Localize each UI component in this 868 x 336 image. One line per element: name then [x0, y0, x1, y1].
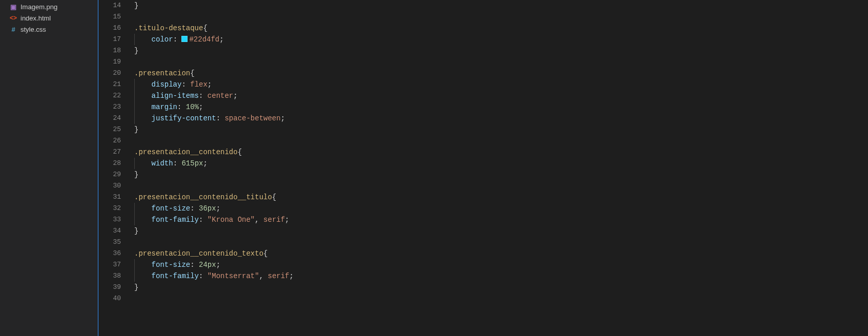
code-line[interactable]: }	[134, 225, 868, 237]
line-number: 37	[98, 259, 130, 270]
file-explorer: ▣Imagem.png<>index.html#style.css	[0, 0, 98, 336]
line-number: 23	[98, 101, 130, 113]
line-number: 15	[98, 11, 130, 23]
line-number: 21	[98, 79, 130, 90]
code-line[interactable]: font-size: 36px;	[134, 203, 868, 214]
file-label: style.css	[20, 26, 46, 33]
file-item-Imagem-png[interactable]: ▣Imagem.png	[0, 1, 98, 12]
line-number: 34	[98, 225, 130, 237]
code-line[interactable]: .presentacion__contenido__titulo{	[134, 192, 868, 203]
code-line[interactable]: font-family: "Krona One", serif;	[134, 214, 868, 225]
line-number: 39	[98, 282, 130, 293]
line-number: 26	[98, 135, 130, 146]
code-line[interactable]: color: #22d4fd;	[134, 34, 868, 45]
line-number: 35	[98, 237, 130, 248]
line-number: 29	[98, 169, 130, 180]
code-line[interactable]	[134, 293, 868, 304]
code-line[interactable]: font-size: 24px;	[134, 259, 868, 270]
code-line[interactable]: }	[134, 169, 868, 180]
line-number: 28	[98, 158, 130, 169]
line-number: 19	[98, 56, 130, 68]
line-number: 31	[98, 192, 130, 203]
code-line[interactable]	[134, 180, 868, 192]
code-line[interactable]: .presentacion{	[134, 68, 868, 79]
line-number: 30	[98, 180, 130, 192]
image-icon: ▣	[9, 3, 17, 11]
line-number: 40	[98, 293, 130, 304]
line-number: 24	[98, 113, 130, 124]
code-line[interactable]: font-family: "Montserrat", serif;	[134, 270, 868, 282]
code-line[interactable]: }	[134, 282, 868, 293]
line-number: 36	[98, 248, 130, 259]
code-line[interactable]: display: flex;	[134, 79, 868, 90]
css-icon: #	[9, 25, 17, 33]
code-line[interactable]: .presentacion__contenido_texto{	[134, 248, 868, 259]
line-number: 16	[98, 23, 130, 34]
code-line[interactable]: }	[134, 0, 868, 11]
file-label: index.html	[20, 14, 51, 22]
file-item-style-css[interactable]: #style.css	[0, 24, 98, 35]
line-number: 33	[98, 214, 130, 225]
code-line[interactable]	[134, 56, 868, 68]
code-line[interactable]: }	[134, 45, 868, 56]
code-area[interactable]: }.titulo-destaque{ color: #22d4fd;}.pres…	[130, 0, 868, 336]
html-icon: <>	[9, 14, 17, 22]
file-item-index-html[interactable]: <>index.html	[0, 12, 98, 24]
code-line[interactable]: margin: 10%;	[134, 101, 868, 113]
file-label: Imagem.png	[20, 3, 57, 11]
line-number: 20	[98, 68, 130, 79]
code-line[interactable]: .presentacion__contenido{	[134, 146, 868, 158]
code-line[interactable]: justify-content: space-between;	[134, 113, 868, 124]
line-number: 32	[98, 203, 130, 214]
line-gutter: 1415161718192021222324252627282930313233…	[98, 0, 130, 336]
line-number: 18	[98, 45, 130, 56]
code-line[interactable]: .titulo-destaque{	[134, 23, 868, 34]
code-line[interactable]	[134, 135, 868, 146]
line-number: 27	[98, 146, 130, 158]
code-line[interactable]: width: 615px;	[134, 158, 868, 169]
line-number: 22	[98, 90, 130, 101]
code-line[interactable]: align-items: center;	[134, 90, 868, 101]
line-number: 25	[98, 124, 130, 135]
code-line[interactable]	[134, 237, 868, 248]
code-editor[interactable]: 1415161718192021222324252627282930313233…	[98, 0, 868, 336]
line-number: 14	[98, 0, 130, 11]
line-number: 17	[98, 34, 130, 45]
code-line[interactable]: }	[134, 124, 868, 135]
line-number: 38	[98, 270, 130, 282]
code-line[interactable]	[134, 11, 868, 23]
